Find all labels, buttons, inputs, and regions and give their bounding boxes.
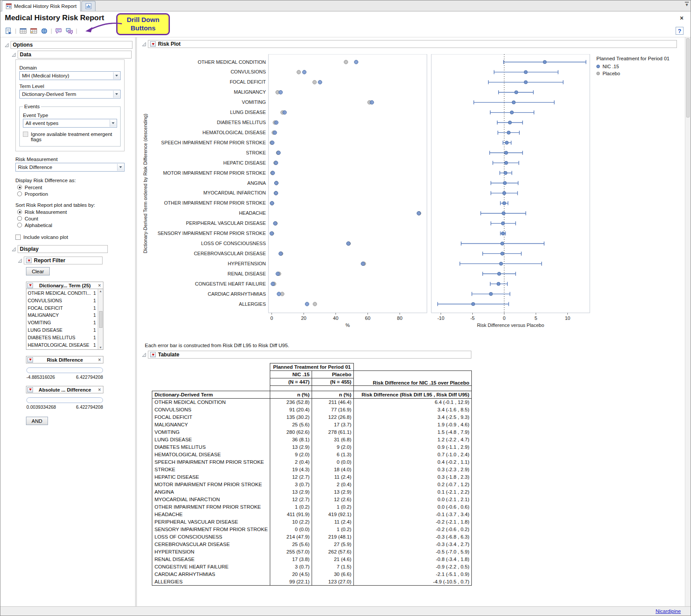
radio-display-as-proportion[interactable]: Proportion [17,191,125,197]
table-row[interactable]: LOSS OF CONSCIOUSNESS214 (47.9)219 (48.1… [152,533,472,541]
volcano-checkbox[interactable]: Include volcano plot [15,235,125,240]
table-row[interactable]: HEADACHE411 (91.9)419 (92.1)-0.1 (-3.7 ,… [152,511,472,518]
table-row[interactable]: LUNG DISEASE36 (8.1)31 (6.8)1.2 (-2.2 , … [152,436,472,444]
table-row[interactable]: HEPATIC DISEASE12 (2.7)11 (2.4)0.3 (-1.8… [152,473,472,481]
nic-marker[interactable] [275,121,279,125]
nic-marker[interactable] [277,292,281,296]
table-row[interactable]: RENAL DISEASE17 (3.8)21 (4.6)-0.8 (-3.4 … [152,556,472,563]
nic-marker[interactable] [270,202,274,205]
data-table-icon[interactable] [19,27,27,35]
nic-marker[interactable] [270,231,274,235]
disclosure-icon[interactable] [142,353,146,357]
term-level-select[interactable]: Dictionary-Derived Term [19,90,121,99]
scrollbar-thumb[interactable] [686,38,690,117]
table-row[interactable]: ANGINA13 (2.9)13 (2.9)0.1 (-2.1 , 2.2) [152,488,472,496]
term-filter-scrollbar[interactable]: ▲ ▼ [98,289,103,349]
nic-marker[interactable] [279,90,283,94]
nic-marker[interactable] [354,60,358,64]
nic-marker[interactable] [370,100,374,104]
risk-diff-marker[interactable] [501,232,505,235]
table-row[interactable]: MALIGNANCY25 (5.6)17 (3.7)1.9 (-0.9 , 4.… [152,421,472,429]
event-type-select[interactable]: All event types [23,119,117,128]
risk-measurement-select[interactable]: Risk Difference [15,163,125,172]
risk-plot-menu-icon[interactable] [150,41,156,47]
table-row[interactable]: HYPERTENSION255 (57.0)262 (57.6)-0.5 (-7… [152,548,472,556]
nic-marker[interactable] [271,171,275,175]
scroll-up-icon[interactable]: ▲ [99,290,102,293]
vertical-scrollbar[interactable] [685,37,691,606]
scrollbar-thumb[interactable] [99,311,103,328]
risk-diff-marker[interactable] [508,121,512,125]
legend-item-placebo[interactable]: Placebo [596,71,669,76]
risk-diff-marker[interactable] [504,171,507,175]
nic-marker[interactable] [318,81,322,84]
risk-diff-marker[interactable] [507,131,511,135]
nic-marker[interactable] [271,282,275,286]
term-filter-item[interactable]: VOMITING1 [26,319,97,326]
risk-diff-marker[interactable] [503,191,506,195]
disclosure-icon[interactable] [5,43,9,47]
table-row[interactable]: CARDIAC ARRHYTHMIAS20 (4.5)30 (6.6)-2.1 … [152,571,472,578]
risk-diff-marker[interactable] [505,141,509,145]
placebo-marker[interactable] [297,70,301,74]
nic-marker[interactable] [277,151,281,155]
risk-diff-marker[interactable] [501,222,505,225]
risk-diff-marker[interactable] [512,101,515,104]
close-filter-icon[interactable]: × [97,283,102,288]
nic-marker[interactable] [273,221,277,225]
risk-range-slider[interactable] [26,367,103,373]
nic-marker[interactable] [417,211,421,215]
table-row[interactable]: SPEECH IMPAIRMENT FROM PRIOR STROKE2 (0.… [152,458,472,466]
run-report-icon[interactable] [4,27,12,35]
nic-marker[interactable] [275,181,279,185]
term-filter-item[interactable]: DIABETES MELLITUS1 [26,334,97,341]
nic-marker[interactable] [346,242,350,246]
nic-marker[interactable] [274,191,278,195]
risk-diff-marker[interactable] [500,242,504,246]
term-filter-item[interactable]: MALIGNANCY1 [26,312,97,319]
nic-marker[interactable] [273,131,277,135]
radio-sort-by-count[interactable]: Count [17,215,125,222]
legend-item-nic[interactable]: NIC .15 [596,64,669,69]
table-row[interactable]: VOMITING280 (62.6)278 (61.1)1.5 (-4.8 , … [152,429,472,436]
and-button[interactable]: AND [26,417,48,425]
tab-medical-history-risk-report[interactable]: Medical History Risk Report [2,0,81,11]
radio-display-as-percent[interactable]: Percent [17,184,125,191]
term-filter-item[interactable]: FOCAL DEFICIT1 [26,304,97,312]
risk-diff-marker[interactable] [500,262,503,266]
nic-marker[interactable] [361,262,365,266]
risk-diff-marker[interactable] [471,302,475,306]
risk-diff-marker[interactable] [504,161,508,165]
nic-marker[interactable] [302,70,306,74]
table-row[interactable]: CEREBROVASCULAR DISEASE25 (5.6)27 (5.9)-… [152,541,472,548]
table-row[interactable]: OTHER IMPAIRMENT FROM PRIOR STROKE1 (0.2… [152,503,472,511]
nic-marker[interactable] [305,302,309,306]
disclosure-icon[interactable] [12,247,16,251]
table-row[interactable]: CONGESTIVE HEART FAILURE3 (0.7)7 (1.5)-0… [152,563,472,571]
table-row[interactable]: HEMATOLOGICAL DISEASE9 (2.0)6 (1.3)0.7 (… [152,451,472,458]
red-triangle-menu-icon[interactable] [27,357,33,363]
disclosure-icon[interactable] [12,53,16,57]
window-menu-icon[interactable]: ▼ [685,2,689,7]
risk-diff-marker[interactable] [502,212,505,215]
help-button[interactable]: ? [676,27,684,35]
risk-diff-marker[interactable] [504,151,508,154]
table-row[interactable]: SENSORY IMPAIRMENT FROM PRIOR STROKE0 (0… [152,526,472,533]
journal-icon[interactable] [40,27,48,35]
table-row[interactable]: OTHER MEDICAL CONDITION236 (52.8)211 (46… [152,399,472,406]
abs-range-slider[interactable] [26,397,103,403]
radio-sort-by-alphabetical[interactable]: Alphabetical [17,222,125,228]
risk-diff-marker[interactable] [503,181,507,185]
term-filter-item[interactable]: CONVULSIONS1 [26,297,97,304]
table-row[interactable]: MYOCARDIAL INFARCTION12 (2.7)12 (2.6)0.0… [152,496,472,503]
tabulate-menu-icon[interactable] [150,352,156,357]
nic-marker[interactable] [279,252,283,256]
close-filter-icon[interactable]: × [97,357,102,363]
risk-diff-marker[interactable] [524,81,528,84]
term-filter-item[interactable]: HEMATOLOGICAL DISEASE1 [26,341,97,349]
risk-diff-marker[interactable] [489,292,493,296]
table-row[interactable]: DIABETES MELLITUS13 (2.9)9 (2.0)0.9 (-1.… [152,444,472,451]
disclosure-icon[interactable] [18,259,22,263]
summary-table-icon[interactable] [29,27,37,35]
ignore-flags-checkbox[interactable]: Ignore available treatment emergent flag… [23,132,117,142]
